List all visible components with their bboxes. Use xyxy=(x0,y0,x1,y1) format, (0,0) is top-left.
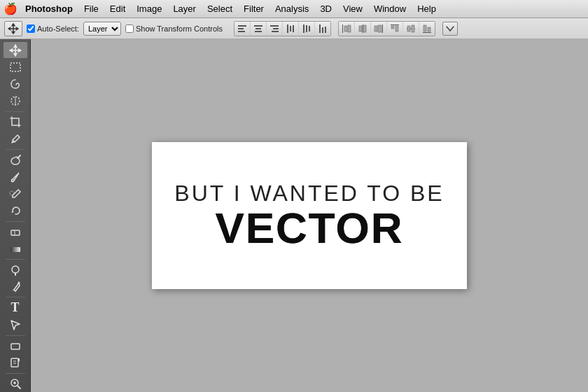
transform-group-2 xyxy=(338,21,435,36)
align-left-btn[interactable] xyxy=(234,22,250,36)
auto-select-label: Auto-Select: xyxy=(37,24,79,33)
tool-move[interactable] xyxy=(4,42,27,58)
svg-rect-49 xyxy=(11,358,18,367)
svg-rect-20 xyxy=(348,25,351,32)
svg-rect-4 xyxy=(255,28,261,29)
tool-lasso[interactable] xyxy=(4,76,27,92)
svg-rect-16 xyxy=(322,27,323,33)
distribute-right-btn[interactable] xyxy=(371,22,386,36)
align-bottom-btn[interactable] xyxy=(315,22,330,36)
menu-filter[interactable]: Filter xyxy=(238,2,270,15)
menu-photoshop[interactable]: Photoshop xyxy=(20,2,78,15)
canvas-text-line1: BUT I WANTED TO BE xyxy=(174,181,444,206)
align-middle-btn[interactable] xyxy=(299,22,314,36)
tool-quick-select[interactable] xyxy=(4,93,27,109)
tool-marquee[interactable] xyxy=(4,59,27,75)
tool-separator-1 xyxy=(6,111,25,112)
menu-image[interactable]: Image xyxy=(131,2,167,15)
tool-clone-stamp[interactable] xyxy=(4,186,27,202)
menu-bar: 🍎 Photoshop File Edit Image Layer Select… xyxy=(0,0,588,18)
svg-rect-9 xyxy=(287,24,288,33)
options-bar: Auto-Select: Layer Show Transform Contro… xyxy=(0,18,588,39)
move-tool-icon[interactable] xyxy=(4,21,22,36)
tool-path-select[interactable] xyxy=(4,316,27,332)
svg-rect-27 xyxy=(391,24,399,25)
more-options-btn[interactable] xyxy=(442,22,458,36)
svg-rect-34 xyxy=(424,25,426,31)
distribute-center-h-btn[interactable] xyxy=(355,22,370,36)
svg-rect-17 xyxy=(325,27,326,33)
canvas-text-line2: VECTOR xyxy=(215,206,403,250)
svg-point-47 xyxy=(18,281,20,284)
svg-rect-18 xyxy=(342,24,343,33)
distribute-bottom-btn[interactable] xyxy=(419,22,435,36)
menu-3d[interactable]: 3D xyxy=(314,2,337,15)
distribute-left-btn[interactable] xyxy=(339,22,354,36)
tool-shape[interactable] xyxy=(4,337,27,354)
svg-rect-11 xyxy=(293,25,294,32)
svg-rect-22 xyxy=(359,26,362,31)
main-area: T xyxy=(0,39,588,392)
auto-select-checkbox[interactable] xyxy=(27,24,35,33)
menu-help[interactable]: Help xyxy=(412,2,442,15)
svg-rect-36 xyxy=(10,63,20,71)
align-top-btn[interactable] xyxy=(283,22,298,36)
align-right-btn[interactable] xyxy=(267,22,282,36)
apple-menu[interactable]: 🍎 xyxy=(3,0,18,18)
svg-rect-44 xyxy=(10,247,20,252)
svg-rect-25 xyxy=(374,26,377,31)
tool-eraser[interactable] xyxy=(4,224,27,240)
svg-rect-2 xyxy=(238,31,245,32)
svg-rect-32 xyxy=(412,25,414,32)
show-transform-label: Show Transform Controls xyxy=(136,24,223,33)
menu-window[interactable]: Window xyxy=(368,2,412,15)
svg-rect-15 xyxy=(319,24,321,33)
menu-view[interactable]: View xyxy=(337,2,368,15)
svg-rect-3 xyxy=(254,25,262,27)
svg-point-45 xyxy=(12,266,19,273)
menu-analysis[interactable]: Analysis xyxy=(270,2,314,15)
svg-line-39 xyxy=(18,155,20,158)
tool-eyedropper[interactable] xyxy=(4,131,27,147)
layer-select-group: Layer xyxy=(83,22,121,36)
tool-separator-7 xyxy=(6,373,25,374)
tool-separator-5 xyxy=(6,297,25,298)
svg-rect-23 xyxy=(363,25,366,32)
tool-history-brush[interactable] xyxy=(4,203,27,219)
menu-layer[interactable]: Layer xyxy=(167,2,202,15)
svg-rect-28 xyxy=(391,26,394,29)
svg-rect-42 xyxy=(11,230,20,235)
menu-select[interactable]: Select xyxy=(202,2,238,15)
tool-notes[interactable] xyxy=(4,355,27,371)
transform-group-1 xyxy=(234,21,331,36)
auto-select-checkbox-group: Auto-Select: xyxy=(27,24,79,33)
distribute-center-v-btn[interactable] xyxy=(403,22,419,36)
svg-point-41 xyxy=(10,191,14,195)
svg-rect-13 xyxy=(306,25,307,32)
distribute-top-btn[interactable] xyxy=(387,22,402,36)
layer-select[interactable]: Layer xyxy=(83,22,121,36)
tool-zoom[interactable] xyxy=(4,376,27,392)
tool-crop[interactable] xyxy=(4,114,27,130)
svg-rect-8 xyxy=(272,31,279,32)
tool-type[interactable]: T xyxy=(4,300,27,316)
tool-dodge[interactable] xyxy=(4,262,27,278)
tool-pen[interactable] xyxy=(4,279,27,295)
svg-rect-24 xyxy=(382,24,383,33)
show-transform-checkbox[interactable] xyxy=(125,24,134,33)
tool-healing[interactable] xyxy=(4,152,27,168)
align-center-btn[interactable] xyxy=(251,22,266,36)
menu-edit[interactable]: Edit xyxy=(104,2,131,15)
tool-separator-3 xyxy=(6,221,25,222)
svg-line-53 xyxy=(18,386,20,388)
svg-rect-7 xyxy=(273,28,279,29)
tool-brush[interactable] xyxy=(4,169,27,185)
svg-rect-12 xyxy=(303,24,304,33)
tool-gradient[interactable] xyxy=(4,241,27,257)
tool-separator-4 xyxy=(6,259,25,260)
svg-rect-6 xyxy=(270,25,279,27)
menu-file[interactable]: File xyxy=(78,2,104,15)
document-canvas: BUT I WANTED TO BE VECTOR xyxy=(152,142,467,289)
svg-rect-5 xyxy=(255,31,262,32)
canvas-area: BUT I WANTED TO BE VECTOR xyxy=(31,39,588,392)
